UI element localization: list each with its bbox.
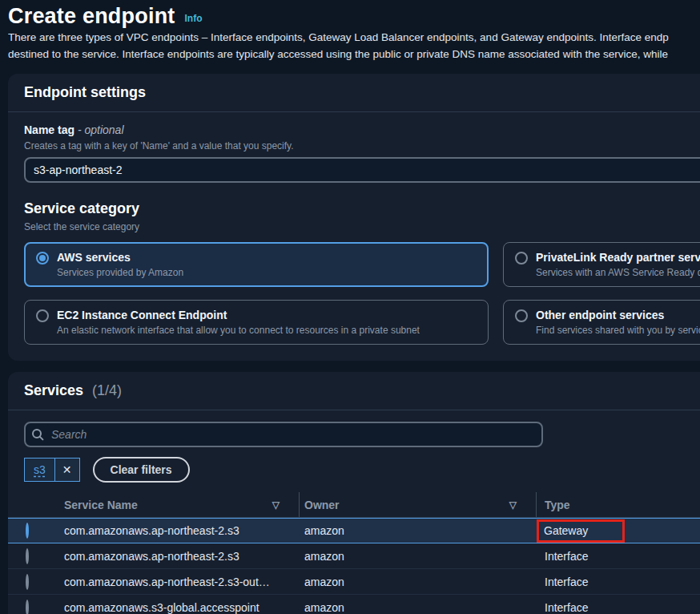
search-input[interactable]	[24, 422, 543, 447]
page-description-line1: There are three types of VPC endpoints –…	[8, 29, 700, 46]
column-label: Type	[545, 499, 570, 511]
service-category-label: Service category	[24, 200, 700, 217]
services-table: Service Name ▽ Owner ▽ Type com.a	[8, 492, 700, 614]
row-radio[interactable]	[26, 548, 29, 564]
services-panel: Services (1/4) s3 ✕ Clear filte	[8, 372, 700, 614]
tile-title: EC2 Instance Connect Endpoint	[57, 309, 420, 321]
page-header: Create endpoint Info	[8, 3, 700, 29]
cell-select	[8, 550, 59, 563]
endpoint-settings-body: Name tag - optional Creates a tag with a…	[8, 112, 700, 361]
services-title: Services	[24, 382, 83, 398]
cell-owner: amazon	[300, 601, 537, 614]
annotation-red-box: Gateway	[537, 519, 625, 543]
cell-service-name: com.amazonaws.ap-northeast-2.s3	[59, 550, 300, 563]
column-label: Service Name	[64, 499, 138, 511]
header-cell-owner[interactable]: Owner ▽	[300, 492, 537, 517]
tile-title: AWS services	[57, 251, 183, 264]
endpoint-settings-header: Endpoint settings	[8, 74, 700, 112]
tile-privatelink-partner-services[interactable]: PrivateLink Ready partner services Servi…	[503, 242, 700, 287]
filter-token[interactable]: s3 ✕	[24, 458, 80, 482]
tile-description: Find services shared with you by service	[536, 325, 700, 336]
tile-aws-services[interactable]: AWS services Services provided by Amazon	[24, 242, 489, 287]
cell-type: Interface	[537, 576, 700, 588]
row-radio[interactable]	[26, 574, 29, 590]
radio-aws-services[interactable]	[36, 252, 49, 265]
cell-owner: amazon	[300, 550, 537, 563]
endpoint-settings-title: Endpoint settings	[24, 84, 700, 101]
tile-description: An elastic network interface that allow …	[57, 325, 420, 336]
cell-select	[8, 601, 59, 614]
tile-description: Services with an AWS Service Ready de	[536, 267, 700, 278]
cell-type: Gateway	[544, 524, 588, 537]
cell-type: Interface	[537, 550, 700, 563]
sort-icon[interactable]: ▽	[272, 499, 280, 511]
cell-service-name: com.amazonaws.s3-global.accesspoint	[59, 601, 300, 614]
cell-service-name: com.amazonaws.ap-northeast-2.s3	[59, 524, 300, 537]
column-label: Owner	[304, 499, 340, 511]
optional-suffix: - optional	[78, 123, 124, 136]
endpoint-settings-panel: Endpoint settings Name tag - optional Cr…	[8, 74, 700, 361]
token-close-icon[interactable]: ✕	[54, 458, 79, 481]
create-endpoint-page: Create endpoint Info There are three typ…	[0, 0, 700, 614]
row-radio[interactable]	[26, 523, 29, 539]
services-header: Services (1/4)	[8, 372, 700, 410]
cell-type: Interface	[537, 601, 700, 614]
services-search	[24, 422, 543, 447]
tile-description: Services provided by Amazon	[57, 267, 183, 278]
cell-select	[8, 524, 59, 537]
services-title-row: Services (1/4)	[24, 382, 700, 399]
name-tag-input[interactable]	[24, 157, 700, 183]
table-row[interactable]: com.amazonaws.s3-global.accesspoint amaz…	[8, 595, 700, 614]
header-cell-type[interactable]: Type	[537, 492, 700, 517]
header-cell-select	[8, 492, 59, 517]
filter-token-row: s3 ✕ Clear filters	[24, 457, 700, 483]
info-link[interactable]: Info	[185, 13, 203, 24]
tile-text: AWS services Services provided by Amazon	[57, 251, 183, 278]
tile-title: PrivateLink Ready partner services	[536, 251, 700, 264]
page-description-line2: destined to the service. Interface endpo…	[8, 46, 700, 63]
services-body: s3 ✕ Clear filters Service Name ▽ Owner …	[8, 410, 700, 614]
clear-filters-button[interactable]: Clear filters	[93, 457, 190, 483]
table-row[interactable]: com.amazonaws.ap-northeast-2.s3 amazon G…	[8, 518, 700, 543]
radio-ec2-instance-connect[interactable]	[36, 309, 49, 322]
tile-text: EC2 Instance Connect Endpoint An elastic…	[57, 309, 420, 336]
table-row[interactable]: com.amazonaws.ap-northeast-2.s3 amazon I…	[8, 543, 700, 569]
search-icon	[31, 428, 44, 441]
service-category-tiles: AWS services Services provided by Amazon…	[24, 242, 700, 345]
cell-select	[8, 576, 59, 588]
tile-text: Other endpoint services Find services sh…	[536, 309, 700, 336]
row-radio[interactable]	[26, 600, 29, 614]
cell-type-wrap: Gateway	[537, 519, 700, 543]
sort-icon[interactable]: ▽	[509, 499, 517, 511]
page-title: Create endpoint	[8, 3, 175, 29]
services-count: (1/4)	[92, 382, 122, 398]
radio-privatelink-partner-services[interactable]	[515, 252, 528, 265]
name-tag-label: Name tag - optional	[24, 123, 700, 136]
service-category-help: Select the service category	[24, 221, 700, 232]
name-tag-help: Creates a tag with a key of 'Name' and a…	[24, 140, 700, 151]
tile-title: Other endpoint services	[536, 309, 700, 321]
header-cell-service-name[interactable]: Service Name ▽	[59, 492, 300, 517]
filter-token-label: s3	[25, 458, 54, 481]
tile-other-endpoint-services[interactable]: Other endpoint services Find services sh…	[503, 300, 700, 345]
tile-ec2-instance-connect[interactable]: EC2 Instance Connect Endpoint An elastic…	[24, 300, 489, 345]
tile-text: PrivateLink Ready partner services Servi…	[536, 251, 700, 278]
radio-other-endpoint-services[interactable]	[515, 309, 528, 322]
cell-owner: amazon	[300, 524, 537, 537]
cell-owner: amazon	[300, 576, 537, 588]
table-row[interactable]: com.amazonaws.ap-northeast-2.s3-out… ama…	[8, 569, 700, 595]
cell-service-name: com.amazonaws.ap-northeast-2.s3-out…	[59, 576, 300, 588]
table-header: Service Name ▽ Owner ▽ Type	[8, 492, 700, 518]
